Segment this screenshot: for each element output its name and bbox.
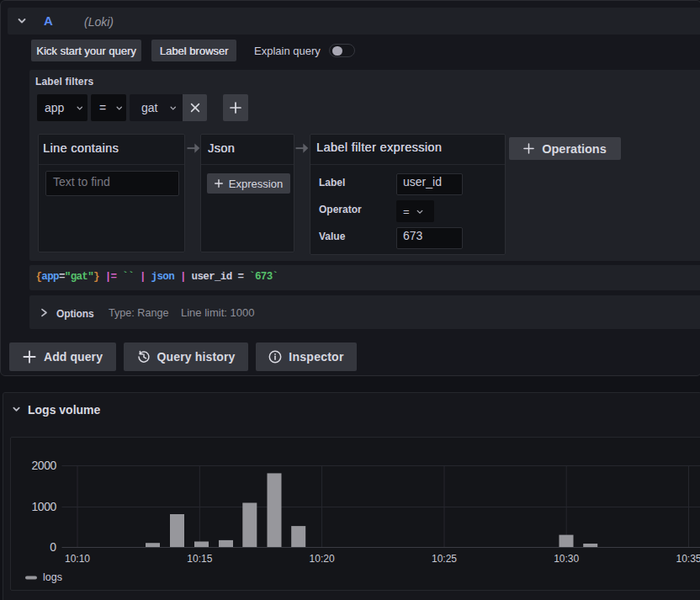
svg-text:10:15: 10:15 [187,553,212,565]
svg-text:0: 0 [50,540,56,554]
svg-text:logs: logs [43,571,62,583]
svg-text:10:35: 10:35 [676,553,700,565]
svg-text:10:25: 10:25 [432,553,457,565]
svg-text:1000: 1000 [31,500,56,513]
svg-text:10:30: 10:30 [554,553,579,565]
svg-text:10:10: 10:10 [65,553,90,565]
svg-text:10:20: 10:20 [310,553,335,565]
svg-text:2000: 2000 [31,459,56,472]
